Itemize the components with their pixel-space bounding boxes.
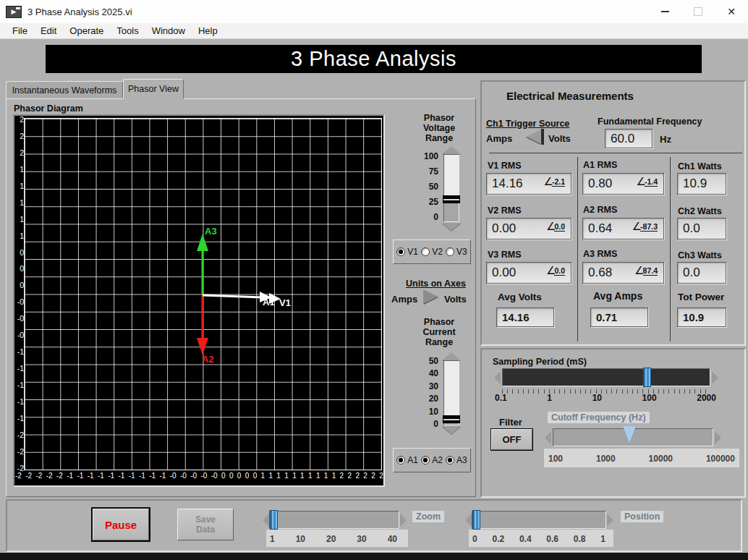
axis-tick: 1 xyxy=(332,472,336,480)
scale-tick: 40 xyxy=(429,368,438,378)
menu-item[interactable]: Window xyxy=(145,25,192,36)
units-volts-label: Volts xyxy=(444,294,467,305)
ch1-watts-label: Ch1 Watts xyxy=(678,161,722,171)
current-slider-increment[interactable] xyxy=(442,352,461,360)
scale-tick: 25 xyxy=(429,197,438,207)
filter-off-button[interactable]: OFF xyxy=(491,429,532,450)
position-slider[interactable] xyxy=(472,511,606,529)
position-decrement-icon[interactable] xyxy=(465,514,472,527)
cutoff-decrement-icon[interactable] xyxy=(545,431,551,444)
menu-item[interactable]: Tools xyxy=(110,25,145,36)
scale-tick: 100 xyxy=(642,393,657,403)
scale-tick: 0 xyxy=(433,419,438,429)
axis-tick: -1 xyxy=(17,398,24,405)
pause-button[interactable]: Pause xyxy=(93,509,149,540)
voltage-slider-thumb[interactable] xyxy=(443,195,460,203)
current-slider-decrement[interactable] xyxy=(442,426,461,434)
voltage-radio[interactable]: V2 xyxy=(421,247,443,257)
axis-tick: 2 xyxy=(340,472,344,480)
axis-tick: -0 xyxy=(17,315,24,322)
app-window: ▶ 3 Phase Analysis 2025.vi ✕ FileEditOpe… xyxy=(0,0,748,560)
avg-volts-display: 14.16 xyxy=(496,307,554,327)
menu-item[interactable]: Edit xyxy=(34,25,63,36)
voltage-slider-decrement[interactable] xyxy=(442,223,461,231)
axis-tick: -1 xyxy=(149,472,156,480)
sampling-slider-thumb[interactable] xyxy=(643,368,651,387)
pause-button-label: Pause xyxy=(105,519,137,531)
zoom-decrement-icon[interactable] xyxy=(263,514,269,527)
sampling-slider[interactable] xyxy=(502,368,710,386)
a1-rms-value: 0.80 xyxy=(583,177,612,191)
save-data-button[interactable]: SaveData xyxy=(177,509,234,540)
a2-rms-value: 0.64 xyxy=(583,221,612,236)
v3-rms-value: 0.00 xyxy=(487,266,516,280)
menu-item[interactable]: File xyxy=(6,25,34,36)
maximize-button[interactable] xyxy=(681,0,715,23)
divider xyxy=(489,153,742,153)
zoom-scale: 110203040 xyxy=(270,534,397,544)
current-radio[interactable]: A2 xyxy=(421,455,443,465)
banner: 3 Phase Analysis xyxy=(46,45,702,73)
scale-tick: 10000 xyxy=(649,454,673,464)
axis-tick: 1 xyxy=(268,472,273,480)
sampling-decrement-icon[interactable] xyxy=(494,371,501,384)
axis-tick: 1 xyxy=(292,472,297,480)
position-slider-thumb[interactable] xyxy=(472,510,480,530)
trigger-amps-label: Amps xyxy=(486,133,512,144)
avg-volts-value: 14.16 xyxy=(497,311,530,323)
voltage-radio[interactable]: V1 xyxy=(396,247,418,257)
vector-label-a3: A3 xyxy=(205,226,217,237)
current-range-slider[interactable] xyxy=(443,360,459,425)
zoom-slider[interactable] xyxy=(269,511,399,529)
voltage-select-group: V1V2V3 xyxy=(393,239,471,264)
voltage-range-slider[interactable] xyxy=(443,154,459,222)
ch3-watts-value: 0.0 xyxy=(678,266,700,280)
filter-button-label: OFF xyxy=(503,434,522,445)
phasor-x-axis: -2-2-2-2-2-1-1-1-1-1-1-1-1-1-1-0-0-0-0-0… xyxy=(15,472,383,480)
window-bottom-edge xyxy=(0,553,748,560)
scale-tick: 0.2 xyxy=(492,534,504,544)
scale-tick: 10 xyxy=(296,534,305,544)
v1-rms-value: 14.16 xyxy=(487,177,523,191)
menu-item[interactable]: Operate xyxy=(63,25,110,36)
zoom-increment-icon[interactable] xyxy=(400,514,407,527)
current-slider-thumb[interactable] xyxy=(443,415,460,423)
tab-phasor-view[interactable]: Phasor View xyxy=(123,79,184,99)
menu-item[interactable]: Help xyxy=(192,25,224,36)
voltage-radio[interactable]: V3 xyxy=(446,247,467,257)
sampling-increment-icon[interactable] xyxy=(712,371,718,384)
v3-rms-label: V3 RMS xyxy=(488,250,522,260)
cutoff-slider-thumb[interactable] xyxy=(623,426,636,444)
voltage-slider-increment[interactable] xyxy=(442,146,461,154)
units-switch[interactable] xyxy=(423,289,438,304)
scale-tick: 10 xyxy=(592,393,602,403)
cutoff-increment-icon[interactable] xyxy=(715,431,721,444)
frequency-value: 60.0 xyxy=(605,132,634,146)
current-select-group: A1A2A3 xyxy=(393,448,471,472)
current-radio[interactable]: A3 xyxy=(446,455,467,465)
axis-tick: -1 xyxy=(108,472,114,480)
axis-tick: -1 xyxy=(17,365,24,372)
voltage-range-title: Phasor Voltage Range xyxy=(414,113,464,143)
phasor-vectors xyxy=(24,118,382,470)
scale-tick: 100 xyxy=(424,151,438,161)
close-button[interactable]: ✕ xyxy=(715,0,748,23)
v2-rms-value: 0.00 xyxy=(487,221,516,236)
vector-label-v1: V1 xyxy=(279,297,291,308)
axis-tick: 0 xyxy=(253,472,258,480)
position-increment-icon[interactable] xyxy=(607,514,613,527)
scale-tick: 20 xyxy=(326,534,336,544)
minimize-button[interactable] xyxy=(648,0,681,23)
tot-power-label: Tot Power xyxy=(678,292,724,302)
current-radio[interactable]: A1 xyxy=(396,455,418,465)
zoom-slider-thumb[interactable] xyxy=(270,510,278,530)
scale-tick: 1 xyxy=(600,534,605,544)
scale-tick: 20 xyxy=(429,394,438,404)
axis-tick: -0 xyxy=(170,472,177,480)
axis-tick: -0 xyxy=(211,472,218,480)
trigger-switch[interactable] xyxy=(527,129,544,145)
axis-tick: 2 xyxy=(371,472,375,480)
scale-tick: 1000 xyxy=(596,454,616,464)
scale-tick: 1 xyxy=(547,393,552,403)
tab-instantaneous-waveforms[interactable]: Instantaneous Waveforms xyxy=(6,81,123,99)
